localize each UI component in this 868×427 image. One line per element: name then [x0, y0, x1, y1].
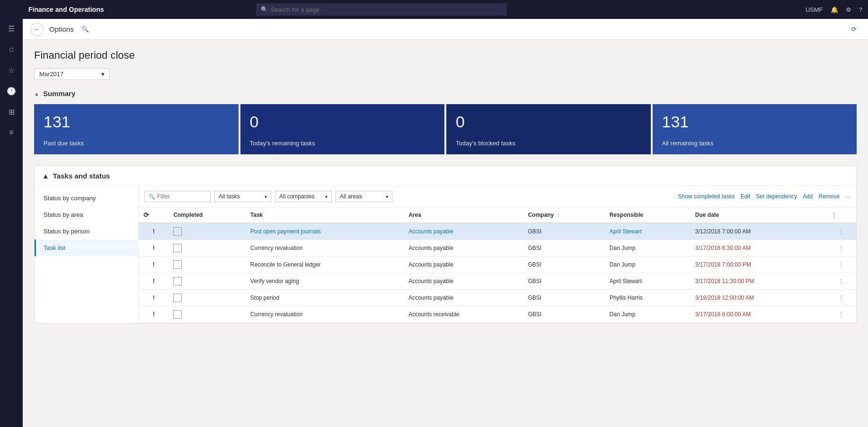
back-button[interactable]: ← [30, 23, 44, 36]
nav-status-by-area[interactable]: Status by area [35, 206, 138, 223]
card-label-2: Today's blocked tasks [456, 140, 641, 147]
row-completed-5[interactable] [168, 306, 245, 323]
workspaces-icon[interactable]: ⊞ [2, 102, 21, 121]
row-task-5: Currency revaluation [246, 306, 404, 323]
app-title: Finance and Operations [28, 6, 104, 13]
hamburger-icon[interactable]: ☰ [2, 19, 21, 38]
th-refresh[interactable]: ⟳ [139, 207, 168, 223]
refresh-button[interactable]: ⟳ [847, 23, 860, 36]
summary-card-0[interactable]: 131 Past due tasks [34, 104, 239, 154]
table-row: ! Verify vendor aging Accounts payable G… [139, 273, 856, 290]
add-link[interactable]: Add [803, 193, 813, 200]
table-row: ! Stop period Accounts payable GBSI Phyl… [139, 290, 856, 306]
th-completed[interactable]: Completed [168, 207, 245, 223]
row-more-3[interactable]: ⋮ [826, 273, 856, 290]
row-task-0[interactable]: Post open payment journals [246, 223, 404, 240]
task-filter-chevron-icon: ▾ [265, 194, 267, 199]
filter-input[interactable] [157, 193, 206, 200]
checkbox-4[interactable] [173, 294, 182, 302]
show-completed-tasks-link[interactable]: Show completed tasks [678, 193, 735, 200]
th-company-label: Company [528, 212, 554, 218]
row-responsible-5: Dan Jump [605, 306, 691, 323]
summary-card-2[interactable]: 0 Today's blocked tasks [446, 104, 651, 154]
toolbar-search-icon[interactable]: 🔍 [81, 26, 89, 33]
area-filter-chevron-icon: ▾ [386, 194, 388, 199]
row-more-2[interactable]: ⋮ [826, 257, 856, 273]
checkbox-3[interactable] [173, 277, 182, 285]
th-completed-label: Completed [173, 212, 203, 218]
row-area-0[interactable]: Accounts payable [404, 223, 523, 240]
row-completed-1[interactable] [168, 240, 245, 257]
nav-status-by-person-label: Status by person [44, 228, 90, 235]
summary-section-label: Summary [43, 89, 75, 98]
search-input[interactable] [271, 6, 502, 13]
th-more[interactable]: ⋮ [826, 207, 856, 223]
table-row: ! Currency revaluation Accounts receivab… [139, 306, 856, 323]
checkbox-5[interactable] [173, 310, 182, 319]
set-dependency-link[interactable]: Set dependency [756, 193, 797, 200]
card-label-1: Today's remaining tasks [250, 140, 435, 147]
row-company-5: GBSI [523, 306, 604, 323]
row-more-4[interactable]: ⋮ [826, 290, 856, 306]
favorites-icon[interactable]: ☆ [2, 61, 21, 80]
company-filter-dropdown[interactable]: All companies ▾ [275, 191, 332, 202]
nav-task-list-label: Task list [44, 244, 65, 251]
table-row: ! Currency revaluation Accounts payable … [139, 240, 856, 257]
filter-bar: 🔍 All tasks ▾ All companies ▾ All ar [139, 186, 856, 207]
checkbox-2[interactable] [173, 260, 182, 269]
row-area-2: Accounts payable [404, 257, 523, 273]
summary-card-3[interactable]: 131 All remaining tasks [653, 104, 857, 154]
nav-status-by-company[interactable]: Status by company [35, 190, 138, 206]
search-icon: 🔍 [261, 6, 268, 13]
notification-icon[interactable]: 🔔 [831, 6, 838, 13]
th-due-date[interactable]: Due date [691, 207, 826, 223]
page-title: Financial period close [34, 49, 857, 62]
row-due-date-2: 3/17/2018 7:00:00 PM [691, 257, 826, 273]
row-task-2: Reconcile to General ledger [246, 257, 404, 273]
summary-cards: 131 Past due tasks 0 Today's remaining t… [34, 104, 857, 154]
task-filter-dropdown[interactable]: All tasks ▾ [214, 191, 271, 202]
settings-icon[interactable]: ⚙ [846, 6, 851, 13]
row-area-1: Accounts payable [404, 240, 523, 257]
search-bar[interactable]: 🔍 [256, 3, 507, 16]
company-sort-icon[interactable]: ↑ [557, 213, 559, 218]
area-filter-dropdown[interactable]: All areas ▾ [336, 191, 392, 202]
row-more-1[interactable]: ⋮ [826, 240, 856, 257]
row-completed-0[interactable] [168, 223, 245, 240]
row-company-3: GBSI [523, 273, 604, 290]
th-responsible[interactable]: Responsible [605, 207, 691, 223]
tasks-body: Status by company Status by area Status … [35, 186, 856, 323]
period-dropdown[interactable]: Mar2017 ▾ [34, 68, 110, 80]
remove-link[interactable]: Remove [818, 193, 840, 200]
nav-status-by-company-label: Status by company [44, 195, 96, 202]
row-company-0: GBSI [523, 223, 604, 240]
row-completed-4[interactable] [168, 290, 245, 306]
home-icon[interactable]: ⌂ [2, 40, 21, 59]
row-more-5[interactable]: ⋮ [826, 306, 856, 323]
table-row: ! Reconcile to General ledger Accounts p… [139, 257, 856, 273]
nav-status-by-person[interactable]: Status by person [35, 223, 138, 240]
row-responsible-0[interactable]: April Stewart [605, 223, 691, 240]
th-company[interactable]: Company ↑ [523, 207, 604, 223]
row-completed-2[interactable] [168, 257, 245, 273]
tasks-section-header[interactable]: ▲ Tasks and status [35, 166, 856, 186]
card-label-3: All remaining tasks [662, 140, 848, 147]
checkbox-1[interactable] [173, 244, 182, 252]
help-icon[interactable]: ? [859, 6, 862, 13]
row-exclaim-5: ! [139, 306, 168, 323]
row-completed-3[interactable] [168, 273, 245, 290]
edit-link[interactable]: Edit [741, 193, 751, 200]
recent-icon[interactable]: 🕐 [2, 81, 21, 100]
summary-card-1[interactable]: 0 Today's remaining tasks [240, 104, 445, 154]
row-more-0[interactable]: ⋮ [826, 223, 856, 240]
th-task[interactable]: Task [246, 207, 404, 223]
summary-section-header[interactable]: ▲ Summary [34, 89, 857, 98]
nav-task-list[interactable]: Task list [35, 240, 138, 256]
card-label-0: Past due tasks [44, 140, 229, 147]
modules-icon[interactable]: ≡ [2, 123, 21, 142]
checkbox-0[interactable] [173, 227, 182, 236]
filter-input-wrapper[interactable]: 🔍 [144, 191, 211, 202]
th-area[interactable]: Area [404, 207, 523, 223]
more-actions-icon[interactable]: ··· [845, 193, 850, 200]
row-due-date-5: 3/17/2018 6:00:00 AM [691, 306, 826, 323]
